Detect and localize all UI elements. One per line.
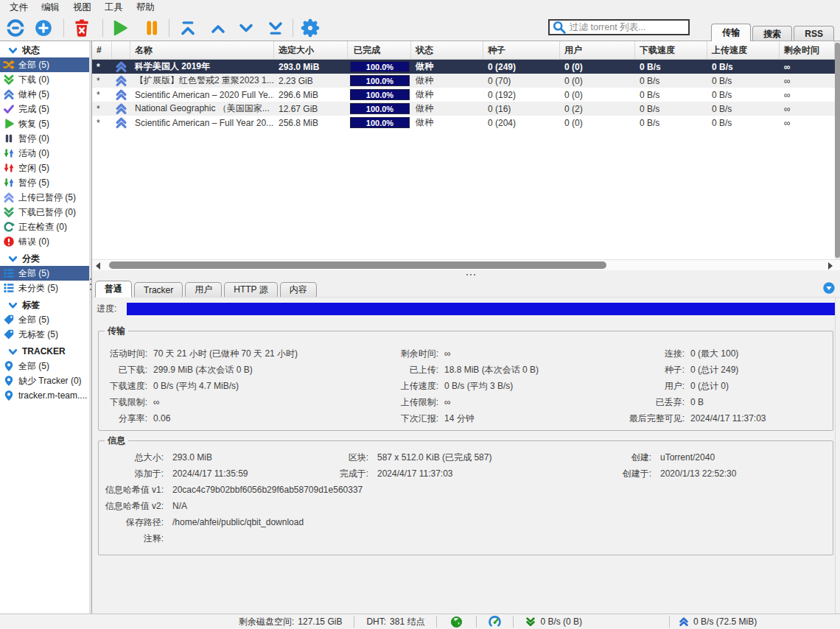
sidebar-item[interactable]: 正在检查 (0) xyxy=(0,219,89,234)
options-button[interactable] xyxy=(296,16,324,40)
vscroll-thumb[interactable] xyxy=(835,43,840,258)
sidebar-item[interactable]: 全部 (5) xyxy=(0,57,89,72)
detail-tab-http-sources[interactable]: HTTP 源 xyxy=(224,282,277,297)
statusbar: 剩余磁盘空间:127.15 GiB DHT:381 结点 0 B/s (0 B)… xyxy=(0,614,840,629)
detail-tab-content[interactable]: 内容 xyxy=(280,282,317,297)
cell-dlspeed: 0 B/s xyxy=(635,74,707,88)
scroll-right-arrow[interactable] xyxy=(826,261,834,270)
sidebar-item[interactable]: 暂停 (5) xyxy=(0,175,89,190)
col-header-num[interactable]: # xyxy=(92,41,112,59)
tab-transfers[interactable]: 传输 xyxy=(711,24,751,41)
splitter-dots xyxy=(90,278,91,294)
detail-tab-peers[interactable]: 用户 xyxy=(185,282,222,297)
scroll-left-arrow[interactable] xyxy=(94,261,102,270)
torrent-row[interactable]: * 【扩展版】红色警戒2 重聚2023 1... 2.23 GiB 100.0%… xyxy=(92,74,835,88)
menu-item-0[interactable]: 文件 xyxy=(3,0,35,15)
cell-dlspeed: 0 B/s xyxy=(635,116,707,130)
torrent-row[interactable]: * National Geographic （美国国家... 12.67 GiB… xyxy=(92,102,835,116)
progress-cell: 100.0% xyxy=(348,88,411,102)
sidebar-item[interactable]: 活动 (0) xyxy=(0,146,89,161)
sidebar-item[interactable]: 暂停 (0) xyxy=(0,131,89,146)
move-up-button[interactable] xyxy=(204,16,232,40)
detail-tab-general[interactable]: 普通 xyxy=(95,281,132,298)
torrent-row[interactable]: * Scientific American – Full Year 20... … xyxy=(92,116,835,130)
torrent-row[interactable]: * 科学美国人 2019年 293.0 MiB 100.0% 做种 0 (249… xyxy=(92,60,835,74)
col-header-name[interactable]: 名称 xyxy=(130,41,274,59)
row-status-icon xyxy=(112,102,130,116)
col-header-upspeed[interactable]: 上传速度 xyxy=(707,41,780,59)
resume-button[interactable] xyxy=(105,16,133,40)
sidebar-item[interactable]: 空闲 (5) xyxy=(0,161,89,175)
cell-dlspeed: 0 B/s xyxy=(635,88,707,102)
sidebar-item[interactable]: 下载已暂停 (0) xyxy=(0,205,89,219)
col-header-done[interactable]: 已完成 xyxy=(348,41,411,59)
sidebar-section-tag[interactable]: 标签 xyxy=(0,298,89,312)
dht-nodes: DHT:381 结点 xyxy=(366,616,424,628)
sidebar-section-tracker[interactable]: TRACKER xyxy=(0,344,89,359)
col-header-dlspeed[interactable]: 下载速度 xyxy=(635,41,707,59)
move-bottom-button[interactable] xyxy=(262,16,290,40)
add-link-button[interactable] xyxy=(1,16,29,40)
panel-splitter[interactable] xyxy=(92,270,840,279)
menu-item-3[interactable]: 工具 xyxy=(98,0,130,15)
col-header-eta[interactable]: 剩余时间 xyxy=(780,41,835,59)
sidebar-section-category[interactable]: 分类 xyxy=(0,251,89,266)
disk-value: 127.15 GiB xyxy=(298,616,342,627)
move-top-button[interactable] xyxy=(174,16,202,40)
sidebar-item[interactable]: 完成 (5) xyxy=(0,102,89,116)
collapse-panel-button[interactable] xyxy=(823,282,835,294)
col-header-size[interactable]: 选定大小 xyxy=(274,41,348,59)
tab-rss[interactable]: RSS xyxy=(794,26,834,41)
menu-item-1[interactable]: 编辑 xyxy=(35,0,66,15)
sidebar-item[interactable]: 缺少 Tracker (0) xyxy=(0,373,89,388)
torrent-row[interactable]: * Scientific American – 2020 Full Ye... … xyxy=(92,88,835,102)
download-speed-text: 0 B/s (0 B) xyxy=(540,616,582,627)
sidebar-item[interactable]: 恢复 (5) xyxy=(0,116,89,131)
progress-cell: 100.0% xyxy=(348,102,411,116)
sidebar-item[interactable]: 全部 (5) xyxy=(0,266,89,281)
menu-item-4[interactable]: 帮助 xyxy=(130,0,161,15)
field-label: 信息哈希值 v1: xyxy=(99,484,164,496)
sidebar-section-status[interactable]: 状态 xyxy=(0,43,89,57)
search-input[interactable] xyxy=(566,22,688,32)
field-value: 587 x 512.0 KiB (已完成 587) xyxy=(368,451,607,464)
field-label: 区块: xyxy=(324,451,368,464)
field-value: 0.06 xyxy=(147,413,363,424)
hscroll-thumb[interactable] xyxy=(109,261,606,269)
cell-size: 256.8 MiB xyxy=(274,116,348,130)
cell-eta: ∞ xyxy=(780,116,835,130)
sidebar-item[interactable]: 无标签 (5) xyxy=(0,327,89,342)
add-torrent-button[interactable] xyxy=(29,16,57,40)
sidebar-item[interactable]: 全部 (5) xyxy=(0,312,89,327)
col-header-icon[interactable] xyxy=(112,41,130,59)
upload-speed-status[interactable]: 0 B/s (72.5 MiB) xyxy=(679,616,757,627)
col-header-peers[interactable]: 用户 xyxy=(560,41,635,59)
sidebar-item[interactable]: 做种 (5) xyxy=(0,87,89,102)
menu-item-2[interactable]: 视图 xyxy=(66,0,98,15)
col-header-status[interactable]: 状态 xyxy=(411,41,483,59)
move-down-button[interactable] xyxy=(232,16,260,40)
sidebar-item[interactable]: 未分类 (5) xyxy=(0,281,89,295)
transfer-title: 传输 xyxy=(105,326,128,337)
col-header-seeds[interactable]: 种子 xyxy=(483,41,560,59)
delete-button[interactable] xyxy=(68,16,96,40)
horizontal-scrollbar[interactable] xyxy=(92,259,840,270)
disk-label: 剩余磁盘空间: xyxy=(239,616,294,628)
detail-tab-trackers[interactable]: Tracker xyxy=(134,282,183,297)
seeding-icon xyxy=(115,102,127,115)
sidebar-item[interactable]: 全部 (5) xyxy=(0,359,89,373)
sidebar-item[interactable]: 错误 (0) xyxy=(0,234,89,249)
pause-button[interactable] xyxy=(138,16,166,40)
sidebar-item[interactable]: 上传已暂停 (5) xyxy=(0,190,89,205)
vertical-scrollbar[interactable] xyxy=(835,41,840,259)
sidebar-item-label: 空闲 (5) xyxy=(18,162,49,175)
alt-speed-limits-button[interactable] xyxy=(489,616,501,628)
sidebar-item-label: 全部 (5) xyxy=(18,314,49,326)
tab-search[interactable]: 搜索 xyxy=(752,26,792,41)
sidebar-item[interactable]: 下载 (0) xyxy=(0,72,89,87)
sidebar-item-label: 全部 (5) xyxy=(18,360,49,373)
connection-status-button[interactable] xyxy=(450,616,463,628)
sidebar-item[interactable]: tracker.m-team.... xyxy=(0,388,89,403)
download-speed-status[interactable]: 0 B/s (0 B) xyxy=(525,616,582,627)
free-disk-space: 剩余磁盘空间:127.15 GiB xyxy=(239,616,342,628)
